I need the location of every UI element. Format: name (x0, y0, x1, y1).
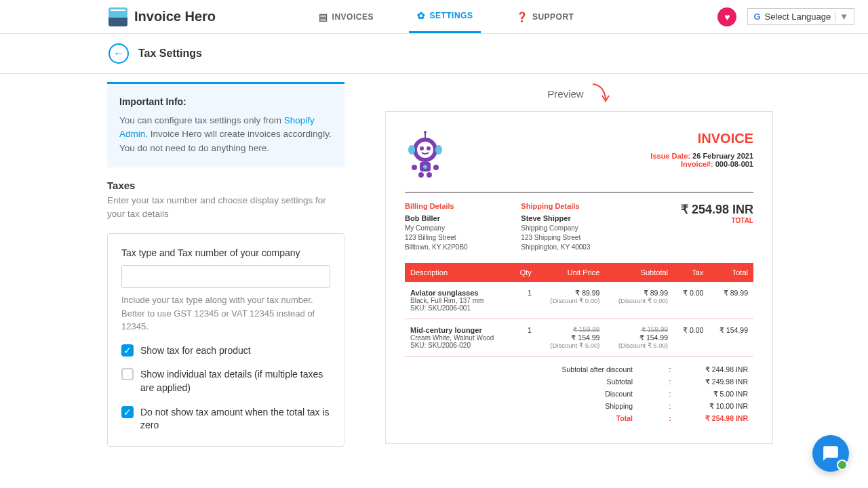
invoice-items-table: Description Qty Unit Price Subtotal Tax … (405, 263, 753, 357)
google-icon: G (753, 12, 760, 22)
checkbox-hide-zero-tax[interactable]: ✓ Do not show tax amount when the total … (121, 406, 330, 432)
summary-row: Discount : ₹ 5.00 INR (405, 388, 753, 400)
app-logo-icon (108, 7, 127, 26)
sub-header: ← Tax Settings (0, 34, 868, 74)
company-logo-icon (405, 131, 446, 180)
info-text: You can configure tax settings only from… (119, 114, 332, 155)
divider (405, 192, 753, 192)
heart-icon: ♥ (724, 12, 730, 22)
arrow-down-curved-icon (591, 82, 611, 106)
chevron-down-icon: ▼ (835, 12, 848, 22)
invoice-title: INVOICE (650, 131, 753, 146)
help-icon: ❓ (516, 12, 528, 22)
nav-label: SUPPORT (532, 12, 574, 22)
gear-icon: ✿ (417, 10, 426, 21)
language-label: Select Language (765, 12, 831, 22)
app-name: Invoice Hero (134, 9, 216, 24)
checkbox-label: Do not show tax amount when the total ta… (140, 406, 330, 432)
preview-header: Preview (385, 82, 773, 106)
nav-tab-invoices[interactable]: ▤ INVOICES (311, 0, 382, 33)
tax-form-card: Tax type and Tax number of your company … (107, 233, 344, 446)
col-qty: Qty (511, 263, 536, 282)
svg-point-9 (423, 165, 427, 169)
nav-label: INVOICES (332, 12, 374, 22)
topbar-right: ♥ G Select Language ▼ (717, 7, 854, 26)
info-box: Important Info: You can configure tax se… (107, 82, 344, 167)
invoice-icon: ▤ (319, 12, 328, 22)
svg-point-4 (420, 146, 424, 150)
col-total: Total (709, 263, 753, 282)
checkbox-label: Show tax for each product (140, 344, 251, 358)
invoice-preview: INVOICE Issue Date: 26 February 2021 Inv… (385, 111, 773, 444)
checkbox-icon: ✓ (121, 406, 134, 418)
nav-tab-support[interactable]: ❓ SUPPORT (508, 0, 582, 33)
col-description: Description (405, 263, 511, 282)
nav-label: SETTINGS (429, 11, 473, 20)
nav-tabs: ▤ INVOICES ✿ SETTINGS ❓ SUPPORT (311, 0, 582, 33)
billing-details: Billing Details Bob Biller My Company 12… (405, 202, 521, 252)
top-bar: Invoice Hero ▤ INVOICES ✿ SETTINGS ❓ SUP… (0, 0, 868, 34)
table-row: Mid-century lounger Cream White, Walnut … (405, 319, 753, 357)
svg-point-1 (424, 131, 427, 134)
checkbox-icon: ✓ (121, 344, 134, 357)
col-tax: Tax (673, 263, 709, 282)
shipping-details: Shipping Details Steve Shipper Shipping … (521, 202, 637, 252)
checkbox-show-tax-each[interactable]: ✓ Show tax for each product (121, 344, 330, 358)
logo-area: Invoice Hero (108, 7, 216, 26)
table-row: Aviator sunglasses Black, Full Rim, 137 … (405, 282, 753, 319)
tax-number-input[interactable] (121, 265, 330, 288)
language-selector[interactable]: G Select Language ▼ (747, 8, 854, 25)
summary-row: Subtotal : ₹ 249.98 INR (405, 375, 753, 388)
tax-help-text: Include your tax type along with your ta… (121, 293, 330, 333)
favorite-button[interactable]: ♥ (717, 7, 736, 26)
info-title: Important Info: (119, 96, 332, 107)
summary-row: Subtotal after discount : ₹ 244.98 INR (405, 363, 753, 375)
svg-point-3 (417, 142, 433, 158)
col-unit-price: Unit Price (537, 263, 606, 282)
back-button[interactable]: ← (108, 43, 129, 64)
checkbox-icon (121, 368, 134, 380)
svg-point-6 (408, 145, 415, 155)
taxes-sub: Enter your tax number and choose display… (107, 194, 344, 222)
svg-point-11 (433, 165, 439, 170)
preview-label: Preview (547, 88, 583, 100)
tax-type-label: Tax type and Tax number of your company (121, 247, 330, 258)
page-title: Tax Settings (138, 47, 202, 60)
invoice-issue-date: Issue Date: 26 February 2021 (650, 152, 753, 160)
summary-row-total: Total : ₹ 254.98 INR (405, 412, 753, 424)
svg-point-5 (427, 146, 431, 150)
nav-tab-settings[interactable]: ✿ SETTINGS (409, 0, 481, 33)
grand-total: ₹ 254.98 INR (637, 202, 753, 217)
chat-icon (822, 445, 840, 460)
checkbox-individual-tax[interactable]: Show individual tax details (if multiple… (121, 368, 330, 394)
taxes-heading: Taxes (107, 180, 344, 191)
svg-point-10 (412, 165, 417, 170)
arrow-left-icon: ← (113, 47, 124, 60)
content-area: Important Info: You can configure tax se… (0, 74, 868, 460)
svg-point-7 (435, 145, 442, 155)
invoice-summary: Subtotal after discount : ₹ 244.98 INR S… (405, 363, 753, 424)
svg-point-13 (427, 172, 432, 178)
settings-column: Important Info: You can configure tax se… (107, 82, 344, 447)
grand-total-area: ₹ 254.98 INR TOTAL (637, 202, 753, 252)
invoice-addresses: Billing Details Bob Biller My Company 12… (405, 202, 753, 252)
col-subtotal: Subtotal (605, 263, 673, 282)
summary-row: Shipping : ₹ 10.00 INR (405, 400, 753, 412)
preview-column: Preview (385, 82, 773, 444)
invoice-title-area: INVOICE Issue Date: 26 February 2021 Inv… (650, 131, 753, 168)
checkbox-label: Show individual tax details (if multiple… (140, 368, 330, 394)
svg-point-12 (418, 172, 424, 178)
invoice-number: Invoice#: 000-08-001 (650, 160, 753, 168)
